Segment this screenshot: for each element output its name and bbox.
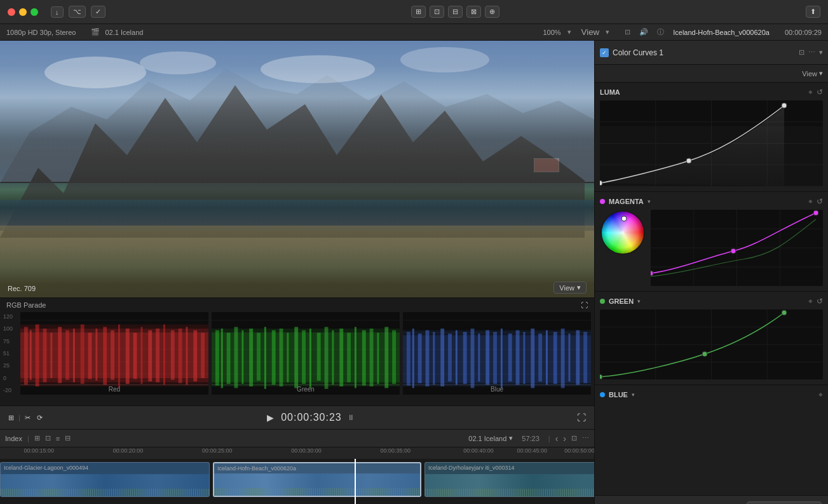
- color-curves-panel: LUMA ⌖ ↺: [595, 83, 828, 495]
- trim-button[interactable]: ✂: [23, 412, 32, 424]
- svg-rect-95: [471, 329, 475, 388]
- right-panel: ✓ Color Curves 1 ⊡ ⋯ ▾ View ▾ LUMA: [594, 41, 828, 504]
- luma-curve-svg: [600, 100, 823, 186]
- magenta-name: MAGENTA: [609, 198, 644, 205]
- svg-rect-89: [426, 330, 430, 386]
- share-button[interactable]: ⬆: [806, 6, 820, 18]
- playhead[interactable]: [355, 459, 356, 504]
- toolbar-right: ⬆: [806, 6, 820, 18]
- minimize-button[interactable]: [19, 8, 27, 16]
- info-bar: 1080p HD 30p, Stereo 🎬 02.1 Iceland 100%…: [0, 24, 828, 41]
- sequence-selector[interactable]: 02.1 Iceland ▾: [468, 434, 513, 442]
- luma-eyedropper-icon[interactable]: ⌖: [808, 88, 813, 97]
- transport-bar: ⊞ | ✂ ⟳ ▶ 00:00:30:23 ⏸ ⛶: [0, 405, 594, 430]
- green-curve-container[interactable]: [600, 310, 823, 379]
- svg-rect-41: [193, 330, 197, 382]
- play-button[interactable]: ▶: [265, 411, 276, 425]
- panel-view-button[interactable]: ⊟: [65, 434, 71, 442]
- zoom-fit-button[interactable]: ⊡: [571, 434, 577, 442]
- maximize-button[interactable]: [31, 8, 38, 16]
- index-button[interactable]: Index: [5, 435, 22, 442]
- zoom-level[interactable]: 100%: [543, 29, 560, 36]
- timeline-view-button[interactable]: ⊡: [45, 434, 51, 442]
- blade-button[interactable]: ⟳: [35, 412, 44, 424]
- clip-hofn-beach[interactable]: Iceland-Hofn-Beach_v000620a: [213, 462, 421, 497]
- audio-strip-1: [1, 489, 209, 496]
- layout-btn-2[interactable]: ⊡: [430, 6, 444, 18]
- luma-curve-container[interactable]: [600, 100, 823, 186]
- ruler-mark-7: 00:00:45:00: [517, 447, 547, 454]
- layout-btn-4[interactable]: ⊠: [466, 6, 481, 18]
- layout-btn-5[interactable]: ⊕: [485, 6, 499, 18]
- blue-eyedropper-icon[interactable]: ⌖: [818, 390, 823, 399]
- red-channel-panel: Red: [20, 312, 208, 395]
- green-reset-icon[interactable]: ↺: [817, 297, 823, 306]
- svg-point-5: [140, 51, 216, 74]
- luma-reset-icon[interactable]: ↺: [817, 88, 823, 97]
- fullscreen-button[interactable]: ⛶: [575, 411, 588, 425]
- effects-icon-1[interactable]: ⊡: [799, 48, 804, 57]
- nav-right-button[interactable]: ›: [563, 433, 566, 444]
- green-label: Green: [297, 386, 315, 393]
- effects-title: Color Curves 1: [613, 48, 795, 57]
- check-button[interactable]: ✓: [91, 6, 105, 18]
- green-eyedropper-icon[interactable]: ⌖: [808, 297, 813, 306]
- view-curves-button[interactable]: View ▾: [802, 69, 823, 78]
- effects-icon-2[interactable]: ⋯: [808, 48, 815, 57]
- clip-view-button[interactable]: ⊞: [34, 434, 40, 442]
- download-button[interactable]: ↓: [51, 6, 64, 18]
- magenta-eyedropper-icon[interactable]: ⌖: [808, 197, 813, 206]
- svg-rect-93: [456, 330, 458, 385]
- blue-label-group: BLUE ▾: [600, 391, 815, 398]
- svg-point-137: [731, 249, 736, 254]
- svg-rect-3: [0, 226, 594, 297]
- svg-rect-26: [81, 325, 85, 385]
- sequence-name: 02.1 Iceland: [105, 29, 143, 36]
- svg-rect-73: [370, 329, 374, 386]
- svg-rect-59: [264, 327, 266, 389]
- timeline-options-button[interactable]: ⋯: [582, 434, 589, 442]
- svg-rect-96: [478, 334, 480, 381]
- svg-point-7: [400, 47, 489, 72]
- toolbar-center: ⊞ ⊡ ⊟ ⊠ ⊕: [105, 6, 806, 18]
- layout-btn-1[interactable]: ⊞: [411, 6, 426, 18]
- svg-rect-19: [30, 330, 32, 380]
- color-wheel[interactable]: [600, 210, 646, 255]
- green-dot: [600, 299, 605, 304]
- svg-rect-42: [201, 333, 205, 379]
- magenta-chevron[interactable]: ▾: [648, 198, 651, 205]
- magenta-curve[interactable]: [651, 210, 823, 286]
- effects-enabled-checkbox[interactable]: ✓: [600, 48, 609, 57]
- clip-dyrholaey-1[interactable]: Iceland-Dyrholaeyjarv iti_v000314: [424, 462, 594, 497]
- green-chevron[interactable]: ▾: [637, 298, 641, 304]
- blue-header: BLUE ▾ ⌖: [600, 390, 823, 399]
- view-dropdown-button[interactable]: View: [581, 27, 600, 37]
- green-header: GREEN ▾ ⌖ ↺: [600, 297, 823, 306]
- svg-rect-24: [65, 330, 69, 380]
- sequence-icon: 🎬: [91, 28, 100, 36]
- blue-chevron[interactable]: ▾: [632, 392, 635, 398]
- blue-name: BLUE: [609, 391, 628, 398]
- ruler-mark-8: 00:00:50:00: [564, 447, 594, 454]
- key-button[interactable]: ⌥: [69, 6, 86, 18]
- effects-icons: ⊡ ⋯ ▾: [799, 48, 823, 57]
- view-button[interactable]: View ▾: [553, 282, 587, 294]
- edit-mode-button[interactable]: ⊞: [6, 412, 16, 424]
- blue-icons: ⌖: [818, 390, 823, 399]
- save-effects-preset-button[interactable]: Save Effects Preset: [747, 501, 822, 505]
- clip-glacier-lagoon[interactable]: Iceland-Glacier-Lagoon_v000494: [0, 462, 210, 497]
- svg-rect-25: [73, 329, 75, 383]
- layout-btn-3[interactable]: ⊟: [448, 6, 463, 18]
- magenta-section: MAGENTA ▾ ⌖ ↺: [595, 192, 828, 292]
- waveform-expand-icon[interactable]: ⛶: [581, 301, 588, 309]
- effects-chevron[interactable]: ▾: [819, 48, 823, 57]
- svg-point-148: [782, 310, 787, 315]
- main-layout: Rec. 709 View ▾ RGB Parade ⛶ 120 100 75 …: [0, 41, 828, 504]
- svg-rect-91: [440, 329, 444, 386]
- magenta-reset-icon[interactable]: ↺: [817, 197, 823, 206]
- close-button[interactable]: [8, 8, 15, 16]
- audio-view-button[interactable]: ≡: [56, 435, 60, 442]
- timeline-ruler: 00:00:15:00 00:00:20:00 00:00:25:00 00:0…: [0, 447, 594, 459]
- green-name: GREEN: [609, 297, 634, 305]
- nav-left-button[interactable]: ‹: [555, 433, 559, 444]
